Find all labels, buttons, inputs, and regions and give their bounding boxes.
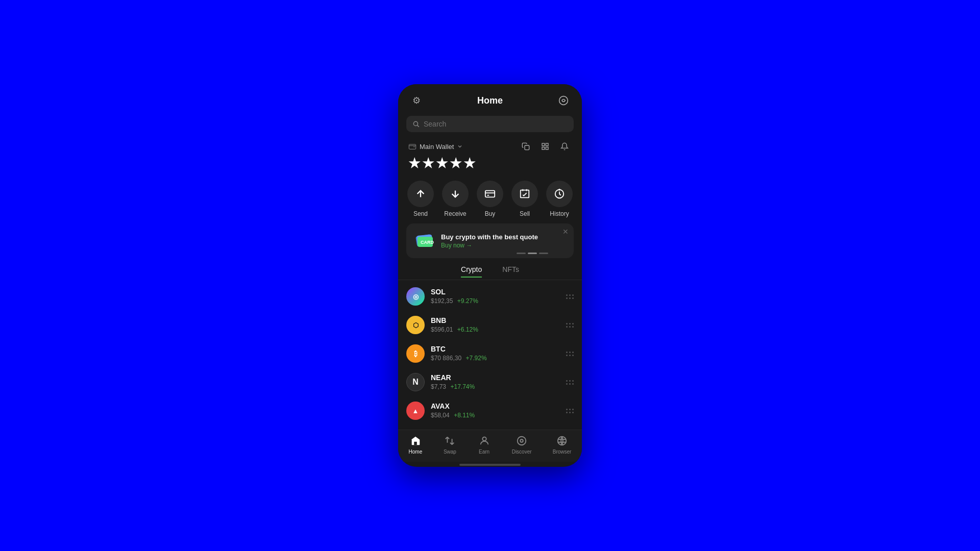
svg-point-0 xyxy=(559,96,568,105)
asset-tabs: Crypto NFTs xyxy=(398,261,582,280)
btc-price: $70 886,30 xyxy=(431,355,461,362)
promo-dot-3 xyxy=(539,253,548,254)
tab-nfts[interactable]: NFTs xyxy=(502,265,519,278)
svg-point-26 xyxy=(520,439,523,442)
nav-browser-label: Browser xyxy=(553,449,572,455)
promo-dot-1 xyxy=(517,253,526,254)
page-title: Home xyxy=(477,95,503,106)
bnb-price-row: $596,01 +6.12% xyxy=(431,324,560,334)
sol-icon: ◎ xyxy=(406,287,425,306)
crypto-item-near[interactable]: N NEAR $7,73 +17.74% xyxy=(398,368,582,396)
btc-info: BTC $70 886,30 +7.92% xyxy=(431,345,560,362)
avax-symbol: AVAX xyxy=(431,402,560,410)
promo-banner: CARD Buy crypto with the best quote Buy … xyxy=(406,223,574,258)
svg-point-24 xyxy=(482,437,486,441)
home-indicator xyxy=(459,464,521,466)
search-bar[interactable] xyxy=(406,116,574,132)
svg-point-18 xyxy=(559,189,560,190)
near-info: NEAR $7,73 +17.74% xyxy=(431,373,560,391)
promo-text: Buy crypto with the best quote Buy now → xyxy=(441,233,538,249)
tab-crypto[interactable]: Crypto xyxy=(461,265,482,278)
bnb-info: BNB $596,01 +6.12% xyxy=(431,316,560,334)
avax-more[interactable] xyxy=(566,409,574,413)
search-input[interactable] xyxy=(424,120,568,128)
bnb-more[interactable] xyxy=(566,323,574,328)
nav-home[interactable]: Home xyxy=(409,434,423,455)
sell-icon xyxy=(511,181,538,207)
receive-icon xyxy=(442,181,469,207)
home-icon xyxy=(409,434,422,447)
wallet-action-icons xyxy=(519,139,572,154)
receive-button[interactable]: Receive xyxy=(442,181,469,217)
btc-symbol: BTC xyxy=(431,345,560,353)
action-buttons: Send Receive Buy xyxy=(398,176,582,220)
header: ⚙ Home xyxy=(398,84,582,113)
crypto-item-avax[interactable]: ▲ AVAX $58,04 +8.11% xyxy=(398,396,582,425)
sol-price-row: $192,35 +9.27% xyxy=(431,296,560,305)
nav-swap[interactable]: Swap xyxy=(443,434,456,455)
earn-icon xyxy=(478,434,491,447)
nav-earn[interactable]: Earn xyxy=(478,434,491,455)
send-button[interactable]: Send xyxy=(407,181,434,217)
send-icon xyxy=(407,181,434,207)
sell-button[interactable]: Sell xyxy=(511,181,538,217)
near-price: $7,73 xyxy=(431,383,446,390)
bnb-price: $596,01 xyxy=(431,326,453,333)
sol-symbol: SOL xyxy=(431,288,560,296)
sol-change: +9.27% xyxy=(457,297,478,305)
search-icon xyxy=(412,120,420,128)
browser-icon xyxy=(555,434,569,447)
nav-discover-label: Discover xyxy=(512,449,532,455)
svg-rect-7 xyxy=(542,147,545,149)
btc-more[interactable] xyxy=(566,352,574,356)
nav-home-label: Home xyxy=(409,449,423,455)
svg-rect-5 xyxy=(542,143,545,146)
svg-point-25 xyxy=(518,437,526,445)
receive-label: Receive xyxy=(444,210,466,217)
bell-icon[interactable] xyxy=(557,139,572,154)
send-label: Send xyxy=(413,210,428,217)
btc-change: +7.92% xyxy=(466,355,487,362)
scan-icon[interactable] xyxy=(538,139,552,154)
discover-icon xyxy=(515,434,528,447)
promo-link[interactable]: Buy now → xyxy=(441,242,538,249)
nav-swap-label: Swap xyxy=(444,449,456,455)
wallet-section: Main Wallet xyxy=(398,137,582,176)
avax-change: +8.11% xyxy=(454,412,475,419)
promo-dot-2 xyxy=(528,253,537,254)
svg-rect-11 xyxy=(485,191,495,197)
wallet-row: Main Wallet xyxy=(408,139,572,154)
crypto-item-btc[interactable]: ₿ BTC $70 886,30 +7.92% xyxy=(398,339,582,368)
promo-close-button[interactable]: ✕ xyxy=(562,228,569,236)
phone-app: ⚙ Home Main Wallet xyxy=(398,84,582,467)
settings-icon[interactable]: ⚙ xyxy=(408,92,425,109)
crypto-item-bnb[interactable]: ⬡ BNB $596,01 +6.12% xyxy=(398,311,582,339)
near-price-row: $7,73 +17.74% xyxy=(431,382,560,391)
copy-icon[interactable] xyxy=(519,139,533,154)
btc-icon: ₿ xyxy=(406,344,425,363)
swap-icon xyxy=(443,434,456,447)
near-more[interactable] xyxy=(566,380,574,385)
bottom-nav: Home Swap Earn xyxy=(398,430,582,462)
bnb-icon: ⬡ xyxy=(406,316,425,334)
sol-info: SOL $192,35 +9.27% xyxy=(431,288,560,305)
svg-point-1 xyxy=(413,121,418,126)
crypto-item-sol[interactable]: ◎ SOL $192,35 +9.27% xyxy=(398,282,582,311)
svg-rect-4 xyxy=(525,145,529,150)
sol-price: $192,35 xyxy=(431,297,453,305)
nav-discover[interactable]: Discover xyxy=(512,434,532,455)
sell-label: Sell xyxy=(520,210,530,217)
buy-label: Buy xyxy=(485,210,496,217)
avax-price-row: $58,04 +8.11% xyxy=(431,410,560,419)
crypto-item-matic[interactable]: M MATIC xyxy=(398,425,582,430)
nav-browser[interactable]: Browser xyxy=(553,434,572,455)
near-change: +17.74% xyxy=(450,383,475,390)
history-button[interactable]: History xyxy=(546,181,573,217)
sol-more[interactable] xyxy=(566,294,574,299)
avax-info: AVAX $58,04 +8.11% xyxy=(431,402,560,419)
avax-price: $58,04 xyxy=(431,412,450,419)
bnb-symbol: BNB xyxy=(431,316,560,324)
buy-button[interactable]: Buy xyxy=(477,181,503,217)
svg-rect-3 xyxy=(409,144,415,149)
link-icon[interactable] xyxy=(555,92,572,109)
